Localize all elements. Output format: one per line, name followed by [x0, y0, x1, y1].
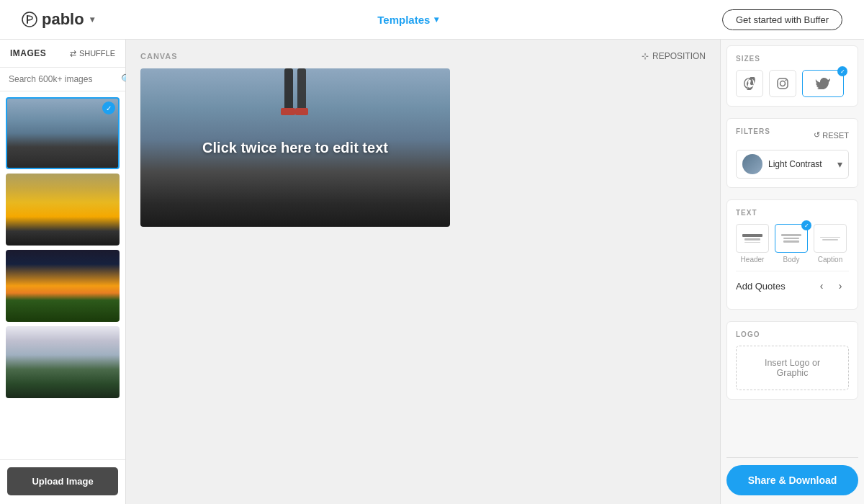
reposition-icon: ⊹ [642, 51, 649, 61]
header-line-3 [744, 242, 760, 243]
share-download-button[interactable]: Share & Download [726, 465, 858, 495]
filters-label: FILTERS [736, 127, 770, 135]
shuffle-icon: ⇄ [70, 49, 76, 58]
share-section: Share & Download [721, 450, 864, 504]
filter-name-label: Light Contrast [768, 159, 832, 169]
body-style-label: Body [783, 256, 800, 264]
svg-rect-2 [284, 68, 293, 112]
twitter-check-icon: ✓ [837, 66, 847, 76]
filter-preview-thumb [742, 154, 762, 174]
reposition-label: REPOSITION [652, 51, 706, 61]
text-label: TEXT [736, 209, 849, 217]
caption-line-1 [820, 237, 840, 238]
sizes-options: ✓ [736, 70, 849, 97]
canvas-figure-svg [252, 68, 338, 140]
pinterest-icon [743, 77, 756, 90]
logo-chevron-icon: ▾ [90, 14, 94, 24]
size-instagram-button[interactable] [769, 70, 796, 97]
caption-style-icon [814, 224, 847, 253]
header-style-label: Header [741, 256, 765, 264]
templates-menu[interactable]: Templates ▾ [377, 14, 438, 26]
filter-chevron-icon: ▾ [837, 158, 842, 170]
header-line-1 [742, 234, 762, 237]
quotes-next-button[interactable]: › [832, 277, 849, 294]
filters-section: FILTERS ↺ RESET Light Contrast ▾ [726, 118, 858, 188]
svg-rect-5 [295, 108, 308, 115]
images-tab-label: IMAGES [10, 48, 46, 58]
svg-point-8 [786, 80, 787, 81]
panel-spacer [721, 405, 864, 450]
caption-style-label: Caption [818, 256, 842, 264]
text-style-header-button[interactable]: Header [736, 224, 769, 264]
image-thumb-1[interactable]: ✓ [6, 97, 120, 169]
quotes-prev-button[interactable]: ‹ [813, 277, 830, 294]
filter-dropdown[interactable]: Light Contrast ▾ [736, 150, 849, 179]
search-input[interactable] [9, 74, 117, 84]
body-line-1 [781, 234, 801, 236]
upload-image-button[interactable]: Upload Image [7, 467, 118, 495]
pablo-logo-icon [22, 12, 37, 27]
reposition-button[interactable]: ⊹ REPOSITION [642, 51, 706, 61]
canvas-toolbar: CANVAS ⊹ REPOSITION [140, 51, 706, 61]
add-quotes-row: Add Quotes ‹ › [736, 271, 849, 300]
logo[interactable]: pablo ▾ [22, 10, 94, 29]
instagram-icon [776, 77, 789, 90]
right-panel: SIZES ✓ [720, 40, 864, 504]
logo-section: LOGO Insert Logo or Graphic [726, 321, 858, 400]
sizes-label: SIZES [736, 55, 849, 63]
shuffle-label: SHUFFLE [79, 49, 115, 58]
body-line-3 [783, 240, 799, 243]
sizes-section: SIZES ✓ [726, 45, 858, 107]
templates-label: Templates [377, 14, 430, 26]
image-thumb-2[interactable] [6, 174, 120, 246]
share-divider [726, 457, 858, 458]
quotes-nav: ‹ › [813, 277, 849, 294]
filters-header: FILTERS ↺ RESET [736, 127, 849, 143]
svg-point-7 [780, 81, 786, 86]
logo-insert-button[interactable]: Insert Logo or Graphic [736, 346, 849, 390]
add-quotes-label: Add Quotes [736, 281, 786, 292]
app-header: pablo ▾ Templates ▾ Get started with Buf… [0, 0, 864, 40]
text-style-caption-button[interactable]: Caption [814, 224, 847, 264]
canvas-label: CANVAS [140, 52, 178, 60]
image-thumb-4[interactable] [6, 326, 120, 398]
twitter-icon [815, 78, 831, 89]
text-style-body-button[interactable]: ✓ Body [775, 224, 808, 264]
size-twitter-button[interactable]: ✓ [802, 70, 844, 97]
main-content: IMAGES ⇄ SHUFFLE 🔍 ✓ Upload Image CANVAS [0, 40, 864, 504]
text-style-options: Header ✓ Body [736, 224, 849, 264]
header-style-icon [736, 224, 769, 253]
body-line-2 [783, 238, 799, 240]
logo-section-label: LOGO [736, 330, 849, 338]
body-check-icon: ✓ [801, 220, 811, 230]
size-pinterest-button[interactable] [736, 70, 763, 97]
logo-text: pablo [42, 10, 84, 29]
images-sidebar: IMAGES ⇄ SHUFFLE 🔍 ✓ Upload Image [0, 40, 126, 504]
text-section: TEXT Header ✓ [726, 199, 858, 310]
caption-line-2 [822, 239, 838, 240]
templates-chevron-icon: ▾ [434, 14, 438, 24]
reset-icon: ↺ [814, 130, 820, 140]
svg-rect-3 [297, 68, 306, 112]
upload-section: Upload Image [0, 459, 125, 504]
canvas-frame[interactable]: Click twice here to edit text [140, 68, 450, 227]
reset-label: RESET [822, 131, 849, 140]
image-grid: ✓ [0, 91, 125, 459]
header-line-2 [744, 238, 760, 240]
svg-point-0 [22, 12, 37, 27]
body-style-icon: ✓ [775, 224, 808, 253]
search-bar: 🔍 [0, 68, 125, 91]
image-thumb-3[interactable] [6, 250, 120, 322]
reset-filter-button[interactable]: ↺ RESET [814, 130, 849, 140]
sidebar-tabs: IMAGES ⇄ SHUFFLE [0, 40, 125, 68]
shuffle-button[interactable]: ⇄ SHUFFLE [70, 49, 115, 58]
canvas-edit-text[interactable]: Click twice here to edit text [202, 140, 388, 156]
get-started-button[interactable]: Get started with Buffer [722, 9, 842, 30]
canvas-area: CANVAS ⊹ REPOSITION Click twice here to … [126, 40, 720, 504]
svg-rect-4 [281, 108, 295, 115]
selected-check-icon: ✓ [102, 102, 115, 114]
